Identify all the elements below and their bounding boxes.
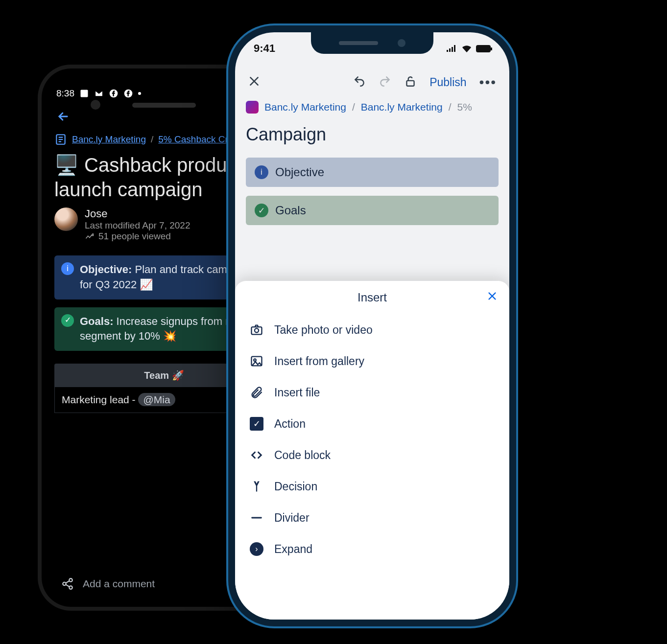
- facebook-status-icon-2: [123, 89, 133, 98]
- editor-toolbar: Publish •••: [235, 67, 509, 98]
- svg-point-14: [255, 328, 259, 332]
- sheet-header: Insert: [235, 281, 509, 314]
- share-icon[interactable]: [61, 577, 74, 590]
- front-camera: [91, 100, 100, 110]
- svg-point-6: [63, 582, 66, 586]
- action-icon: ✓: [250, 417, 263, 431]
- item-label: Action: [274, 417, 306, 431]
- sheet-close-button[interactable]: [487, 291, 498, 304]
- back-button[interactable]: [56, 110, 70, 125]
- check-icon: ✓: [61, 314, 74, 327]
- viewed-text: 51 people viewed: [98, 231, 171, 242]
- author-name: Jose: [85, 207, 190, 220]
- objective-label: Objective: [275, 165, 324, 179]
- divider-icon: [250, 511, 263, 525]
- redo-button[interactable]: [379, 75, 391, 90]
- expand-icon: ›: [250, 542, 263, 556]
- objective-card[interactable]: i Objective: [246, 158, 499, 187]
- modified-meta: Last modified Apr 7, 2022: [85, 220, 190, 231]
- undo-button[interactable]: [353, 75, 366, 90]
- crumb-space[interactable]: Banc.ly Marketing: [72, 134, 146, 145]
- viewed-meta: 51 people viewed: [85, 231, 190, 242]
- facebook-status-icon: [109, 89, 119, 98]
- phone-light: 9:41 Publish ••• Banc.ly Marketing / B: [235, 32, 509, 620]
- svg-rect-12: [407, 81, 414, 86]
- info-icon: i: [61, 262, 74, 275]
- insert-code-block[interactable]: Code block: [235, 439, 509, 471]
- item-label: Insert from gallery: [274, 355, 364, 368]
- item-label: Expand: [274, 543, 312, 556]
- crumb-parent[interactable]: 5% Cashback Credit: [158, 134, 243, 145]
- speaker-grill: [132, 103, 196, 108]
- status-time: 8:38: [56, 88, 74, 99]
- close-button[interactable]: [248, 75, 261, 90]
- sheet-title: Insert: [357, 291, 387, 304]
- gallery-status-icon: [79, 89, 89, 98]
- team-row-label: Marketing lead -: [62, 394, 138, 405]
- code-icon: [250, 448, 263, 462]
- decision-icon: [250, 480, 263, 493]
- info-icon: i: [255, 165, 268, 179]
- image-icon: [250, 354, 263, 368]
- crumb-3[interactable]: 5%: [457, 101, 472, 113]
- insert-expand[interactable]: › Expand: [235, 533, 509, 565]
- crumb-separator: /: [352, 101, 355, 113]
- svg-point-5: [69, 578, 72, 582]
- comment-placeholder: Add a comment: [83, 578, 155, 590]
- svg-point-7: [69, 586, 72, 589]
- mention-chip[interactable]: @Mia: [138, 393, 175, 406]
- goals-card[interactable]: ✓ Goals: [246, 196, 499, 225]
- author-avatar[interactable]: [54, 207, 78, 231]
- crumb-2[interactable]: Banc.ly Marketing: [361, 101, 443, 113]
- insert-action[interactable]: ✓ Action: [235, 408, 509, 439]
- item-label: Divider: [274, 511, 310, 525]
- check-icon: ✓: [255, 204, 268, 217]
- publish-button[interactable]: Publish: [429, 76, 466, 89]
- space-icon[interactable]: [246, 101, 259, 114]
- insert-sheet: Insert Take photo or video Insert from g…: [235, 281, 509, 620]
- breadcrumb: Banc.ly Marketing / Banc.ly Marketing / …: [235, 98, 509, 122]
- document-icon: [54, 133, 67, 146]
- goals-label: Goals: [275, 204, 306, 217]
- insert-decision[interactable]: Decision: [235, 471, 509, 502]
- insert-file[interactable]: Insert file: [235, 377, 509, 408]
- item-label: Insert file: [274, 386, 320, 399]
- gmail-status-icon: [94, 89, 104, 98]
- crumb-separator: /: [449, 101, 452, 113]
- objective-label: Objective:: [80, 263, 132, 276]
- svg-rect-0: [80, 90, 88, 97]
- crumb-separator: /: [151, 134, 153, 145]
- lock-button[interactable]: [404, 75, 417, 90]
- camera-icon: [250, 323, 263, 337]
- item-label: Take photo or video: [274, 323, 373, 337]
- item-label: Decision: [274, 480, 317, 493]
- analytics-icon: [85, 231, 95, 241]
- insert-from-gallery[interactable]: Insert from gallery: [235, 345, 509, 377]
- insert-photo-video[interactable]: Take photo or video: [235, 314, 509, 345]
- insert-divider[interactable]: Divider: [235, 502, 509, 533]
- page-title[interactable]: Campaign: [235, 122, 509, 158]
- goals-label: Goals:: [80, 315, 113, 327]
- item-label: Code block: [274, 449, 331, 462]
- crumb-1[interactable]: Banc.ly Marketing: [264, 101, 346, 113]
- more-button[interactable]: •••: [479, 74, 497, 90]
- attachment-icon: [250, 386, 263, 399]
- more-status-icon: [138, 92, 141, 95]
- svg-point-16: [254, 359, 256, 361]
